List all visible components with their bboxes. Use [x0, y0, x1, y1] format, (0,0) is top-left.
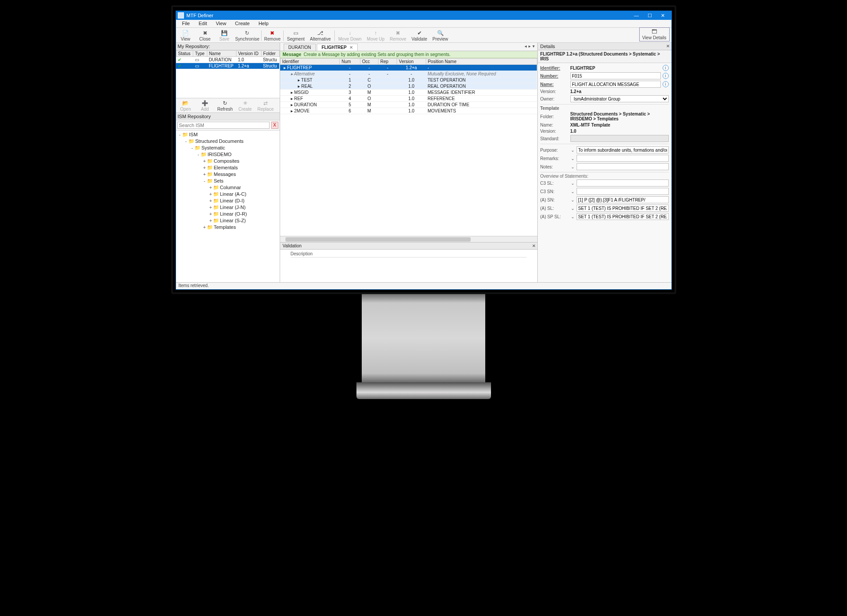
repo-row[interactable]: ✔▭DURATION1.0Structu — [176, 57, 279, 63]
grid-col-num[interactable]: Num — [340, 59, 360, 65]
tree-toggle-icon[interactable]: + — [209, 211, 213, 217]
tree-node-structured-documents[interactable]: -📁Structured Documents — [177, 138, 279, 145]
tree-toggle-icon[interactable]: + — [209, 217, 213, 224]
purpose-expand-icon[interactable]: ⌄ — [570, 148, 575, 153]
asn-expand-icon[interactable]: ⌄ — [570, 198, 575, 202]
name-info-icon[interactable]: i — [663, 81, 669, 87]
toolbar-synchronise-button[interactable]: ↻Synchronise — [234, 29, 261, 42]
tree-node-systematic[interactable]: -📁Systematic — [177, 145, 279, 151]
aspsl-expand-icon[interactable]: ⌄ — [570, 214, 575, 219]
grid-col-occ[interactable]: Occ — [360, 59, 378, 65]
tree-toggle-icon[interactable]: + — [209, 198, 213, 204]
tree-node-elementals[interactable]: +📁Elementals — [177, 164, 279, 171]
tree-node-linear-s-z-[interactable]: +📁Linear (S-Z) — [177, 217, 279, 224]
tree-toggle-icon[interactable]: + — [202, 224, 207, 231]
tree-node-templates[interactable]: +📁Templates — [177, 224, 279, 231]
tree-toggle-icon[interactable]: + — [202, 171, 207, 178]
notes-input[interactable] — [577, 163, 669, 170]
tree-toggle-icon[interactable]: + — [209, 191, 213, 198]
tree-node-linear-a-c-[interactable]: +📁Linear (A-C) — [177, 191, 279, 198]
toolbar-segment-button[interactable]: ▭Segment — [285, 29, 307, 42]
ism-refresh-button[interactable]: ↻Refresh — [215, 99, 236, 112]
minimize-button[interactable]: — — [630, 13, 643, 18]
tab-prev-button[interactable]: ◂ — [525, 44, 527, 49]
grid-row[interactable]: ▸ TEST1C1.0TEST OPERATION — [280, 77, 537, 83]
number-input[interactable] — [570, 72, 661, 79]
details-close-button[interactable]: ✕ — [666, 44, 670, 49]
tree-toggle-icon[interactable]: - — [190, 145, 195, 151]
repo-col-name[interactable]: Name — [207, 51, 236, 57]
tab-flightrep[interactable]: FLIGHTREP✕ — [317, 44, 358, 51]
validation-close-button[interactable]: ✕ — [532, 243, 536, 248]
tree-toggle-icon[interactable]: + — [209, 204, 213, 211]
toolbar-close-button[interactable]: ✖Close — [195, 29, 215, 42]
grid-row[interactable]: ▸ 2MOVE6M1.0MOVEMENTS — [280, 108, 537, 114]
tree-node-composites[interactable]: +📁Composites — [177, 158, 279, 164]
asl-input[interactable] — [577, 205, 669, 212]
tab-list-button[interactable]: ▾ — [532, 44, 535, 49]
grid-row[interactable]: ▸ MSGID3M1.0MESSAGE IDENTIFIER — [280, 90, 537, 96]
tree-node-linear-o-r-[interactable]: +📁Linear (O-R) — [177, 211, 279, 217]
menu-file[interactable]: File — [178, 20, 195, 27]
toolbar-preview-button[interactable]: 🔍Preview — [430, 29, 451, 42]
tree-toggle-icon[interactable]: + — [209, 184, 213, 191]
grid-row[interactable]: ▸ Alternative----Mutually Exclusive, Non… — [280, 71, 537, 77]
tree-node-sets[interactable]: -📁Sets — [177, 178, 279, 184]
tree-node-irisdemo[interactable]: -📁IRISDEMO — [177, 151, 279, 158]
tree-toggle-icon[interactable]: - — [178, 131, 182, 138]
aspsl-input[interactable] — [577, 213, 669, 220]
c3sn-input[interactable] — [577, 188, 669, 195]
maximize-button[interactable]: ☐ — [643, 13, 656, 19]
name-input[interactable] — [570, 81, 661, 88]
toolbar-remove-button[interactable]: ✖Remove — [262, 29, 282, 42]
repo-col-folder[interactable]: Folder — [261, 51, 279, 57]
c3sl-expand-icon[interactable]: ⌄ — [570, 181, 575, 186]
grid-row[interactable]: ▸ DURATION5M1.0DURATION OF TIME — [280, 102, 537, 108]
tree-toggle-icon[interactable]: + — [202, 158, 207, 164]
standard-input[interactable] — [570, 135, 669, 142]
repo-col-status[interactable]: Status — [176, 51, 193, 57]
tree-toggle-icon[interactable]: - — [202, 178, 207, 184]
grid-row[interactable]: ▸ REAL2O1.0REAL OPERATION — [280, 83, 537, 90]
tree-toggle-icon[interactable]: - — [196, 151, 201, 158]
menu-create[interactable]: Create — [231, 20, 254, 27]
tree-node-linear-d-i-[interactable]: +📁Linear (D-I) — [177, 198, 279, 204]
close-button[interactable]: ✕ — [656, 13, 670, 19]
asl-expand-icon[interactable]: ⌄ — [570, 206, 575, 211]
tree-node-linear-j-n-[interactable]: +📁Linear (J-N) — [177, 204, 279, 211]
notes-expand-icon[interactable]: ⌄ — [570, 164, 575, 169]
ism-search-input[interactable] — [177, 122, 270, 129]
owner-select[interactable]: IsmAdministrator Group — [570, 95, 669, 102]
asn-input[interactable] — [577, 196, 669, 203]
menu-edit[interactable]: Edit — [194, 20, 211, 27]
grid-col-version[interactable]: Version — [397, 59, 426, 65]
c3sn-expand-icon[interactable]: ⌄ — [570, 189, 575, 194]
toolbar-view-button[interactable]: 📄View — [176, 29, 195, 42]
tree-node-columnar[interactable]: +📁Columnar — [177, 184, 279, 191]
menu-view[interactable]: View — [211, 20, 231, 27]
view-details-button[interactable]: 🗔 View Details — [639, 27, 670, 41]
menu-help[interactable]: Help — [254, 20, 273, 27]
remarks-expand-icon[interactable]: ⌄ — [570, 156, 575, 161]
toolbar-alternative-button[interactable]: ⎇Alternative — [307, 29, 334, 42]
tree-toggle-icon[interactable]: - — [184, 138, 188, 145]
grid-col-position-name[interactable]: Position Name — [426, 59, 537, 65]
purpose-input[interactable] — [577, 146, 669, 153]
grid-row[interactable]: ▸ REF4O1.0REFERENCE — [280, 96, 537, 102]
ism-search-clear-button[interactable]: X — [271, 122, 278, 129]
tree-node-ism[interactable]: -📁ISM — [177, 131, 279, 138]
tab-next-button[interactable]: ▸ — [528, 44, 531, 49]
c3sl-input[interactable] — [577, 179, 669, 187]
repo-col-version-id[interactable]: Version ID — [236, 51, 261, 57]
toolbar-validate-button[interactable]: ✔Validate — [409, 29, 430, 42]
grid-row[interactable]: ▸ FLIGHTREP---1.2+a- — [280, 65, 537, 71]
grid-hscrollbar[interactable] — [280, 236, 537, 242]
identifier-info-icon[interactable]: i — [663, 65, 669, 71]
remarks-input[interactable] — [577, 155, 669, 162]
number-info-icon[interactable]: i — [663, 73, 669, 79]
repo-col-type[interactable]: Type — [193, 51, 207, 57]
grid-col-identifier[interactable]: Identifier — [280, 59, 340, 65]
tree-toggle-icon[interactable]: + — [202, 164, 207, 171]
tab-close-icon[interactable]: ✕ — [349, 45, 353, 50]
repo-row[interactable]: ✔▭FLIGHTREP1.2+aStructu — [176, 63, 279, 69]
